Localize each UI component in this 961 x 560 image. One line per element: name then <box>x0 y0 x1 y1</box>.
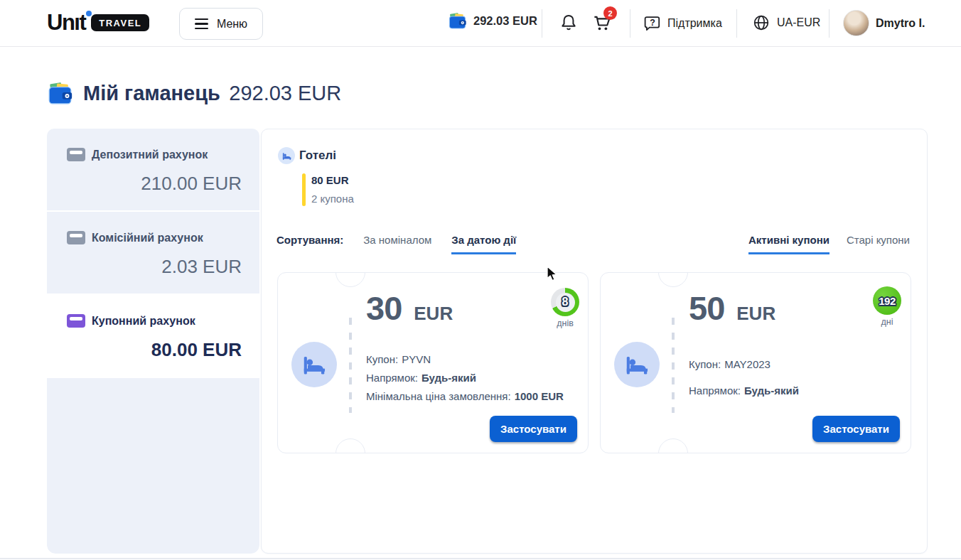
sorting-controls: Сортування: За номіналом За датою дії <box>277 234 516 254</box>
header-divider <box>829 9 830 38</box>
account-label: Депозитний рахунок <box>92 149 208 161</box>
logo[interactable]: Unıt TRAVEL <box>47 10 149 36</box>
card-icon <box>67 148 85 161</box>
menu-label: Меню <box>217 18 247 31</box>
sidebar-item-commission-account[interactable]: Комісійний рахунок 2.03 EUR <box>47 212 259 294</box>
menu-button[interactable]: Меню <box>179 8 263 40</box>
coupon-min-price-line: Мінімальна ціна замовлення:1000 EUR <box>366 390 564 402</box>
page-title-label: Мій гаманець <box>83 82 220 104</box>
cart-button[interactable]: 2 <box>591 12 613 33</box>
ticket-notch <box>658 438 688 468</box>
locale-label: UA-EUR <box>777 16 820 29</box>
accounts-sidebar: Депозитний рахунок 210.00 EUR Комісійний… <box>47 129 259 554</box>
days-left-value: 192 <box>879 295 896 307</box>
wallet-icon <box>47 80 73 107</box>
header-divider <box>736 9 737 38</box>
days-left-pie: 192 <box>873 286 901 315</box>
ticket-notch <box>658 257 688 287</box>
account-label: Купонний рахунок <box>92 315 195 328</box>
coupon-direction-line: Напрямок:Будь-який <box>689 384 799 397</box>
sidebar-item-deposit-account[interactable]: Депозитний рахунок 210.00 EUR <box>47 129 259 210</box>
account-balance: 2.03 EUR <box>67 256 242 278</box>
support-label: Підтримка <box>667 17 722 30</box>
header-divider <box>542 9 542 38</box>
days-left-label: дні <box>859 317 916 327</box>
account-label: Комісійний рахунок <box>92 232 203 244</box>
tab-active-coupons[interactable]: Активні купони <box>748 234 830 254</box>
bell-icon <box>559 12 579 33</box>
header-divider <box>630 9 630 38</box>
user-avatar <box>843 10 869 36</box>
apply-coupon-button[interactable]: Застосувати <box>490 416 577 442</box>
logo-travel-badge: TRAVEL <box>91 14 149 31</box>
section-total: 80 EUR <box>311 174 349 186</box>
support-button[interactable]: ? Підтримка <box>642 14 722 33</box>
tab-old-coupons[interactable]: Старі купони <box>847 234 910 254</box>
account-balance: 80.00 EUR <box>67 339 242 361</box>
locale-selector[interactable]: UA-EUR <box>752 14 820 32</box>
svg-text:?: ? <box>650 18 655 28</box>
top-navbar: Unıt TRAVEL Меню 292.03 EUR <box>0 0 961 47</box>
ticket-dashed-divider <box>672 318 675 413</box>
days-left-value: 8 <box>562 296 569 308</box>
logo-text: Unıt <box>47 10 85 36</box>
wallet-page: Unıt TRAVEL Меню 292.03 EUR <box>0 0 961 560</box>
sort-by-nominal[interactable]: За номіналом <box>363 234 431 252</box>
coupon-amount: 30 EUR <box>366 289 453 328</box>
apply-coupon-button[interactable]: Застосувати <box>812 416 900 442</box>
coupon-amount-currency: EUR <box>736 303 775 325</box>
sort-by-date[interactable]: За датою дії <box>451 234 516 254</box>
coupon-code-line: Купон:PYVN <box>366 353 431 365</box>
user-name: Dmytro I. <box>876 17 925 30</box>
notifications-button[interactable] <box>559 12 579 33</box>
coupons-panel: Готелі 80 EUR 2 купона Сортування: За но… <box>261 129 928 554</box>
support-chat-icon: ? <box>642 14 661 33</box>
hotel-bed-icon <box>278 147 295 164</box>
coupon-card-may2023: 50 EUR 192 дні Купон:MAY2023 Напрямок:Бу… <box>600 272 911 453</box>
account-balance: 210.00 EUR <box>67 173 242 195</box>
header-wallet-balance[interactable]: 292.03 EUR <box>448 11 537 31</box>
cart-badge: 2 <box>603 6 617 20</box>
coupon-card-pyvn: 30 EUR 8 днів Купон:PYVN Напрямок:Будь-я… <box>277 272 589 453</box>
days-left-label: днів <box>537 318 594 328</box>
coupon-amount-currency: EUR <box>414 303 453 325</box>
card-icon <box>67 314 85 328</box>
section-title: Готелі <box>299 149 336 163</box>
ticket-notch <box>335 438 365 468</box>
coupon-code-line: Купон:MAY2023 <box>689 358 771 370</box>
card-icon <box>67 231 85 244</box>
section-coupon-count: 2 купона <box>311 193 354 205</box>
wallet-icon <box>448 11 467 31</box>
header-balance-value: 292.03 EUR <box>473 14 537 28</box>
user-menu[interactable]: Dmytro I. <box>843 10 925 36</box>
ticket-dashed-divider <box>349 318 352 413</box>
days-left-indicator: 8 днів <box>537 288 594 328</box>
sidebar-filler <box>47 378 259 554</box>
summary-accent-bar <box>302 173 306 206</box>
sidebar-item-coupon-account[interactable]: Купонний рахунок 80.00 EUR <box>47 295 259 377</box>
globe-icon <box>752 14 771 32</box>
days-left-pie: 8 <box>551 288 579 316</box>
hotel-bed-icon <box>291 342 337 387</box>
footer-divider <box>0 558 961 559</box>
page-title: Мій гаманець 292.03 EUR <box>47 80 341 107</box>
page-title-amount: 292.03 EUR <box>229 82 341 104</box>
coupon-amount-value: 30 <box>366 289 402 328</box>
days-left-indicator: 192 дні <box>859 286 916 327</box>
ticket-notch <box>335 257 365 287</box>
hamburger-icon <box>195 18 208 30</box>
coupon-amount-value: 50 <box>689 289 724 328</box>
coupon-amount: 50 EUR <box>689 289 775 328</box>
hotel-bed-icon <box>614 342 660 387</box>
coupon-direction-line: Напрямок:Будь-який <box>366 372 476 384</box>
logo-blue-dot <box>86 11 92 16</box>
coupon-tabs: Активні купони Старі купони <box>748 234 910 254</box>
sorting-label: Сортування: <box>277 234 343 246</box>
